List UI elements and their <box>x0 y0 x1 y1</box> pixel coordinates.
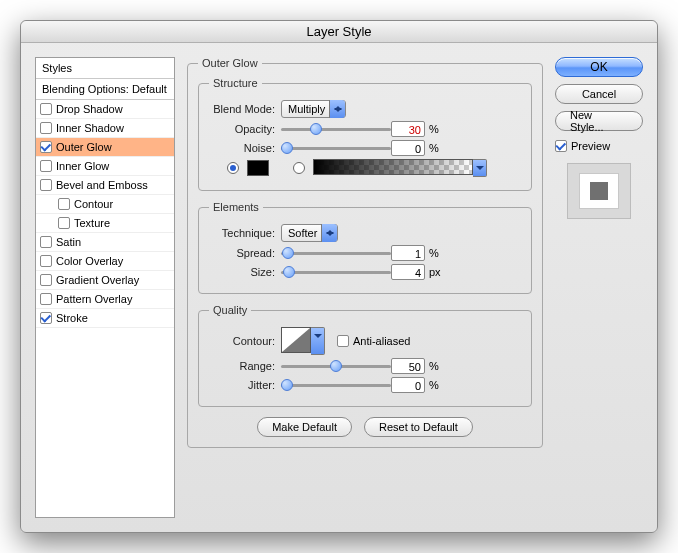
style-row-inner-shadow[interactable]: Inner Shadow <box>36 119 174 138</box>
quality-group: Quality Contour: Anti-aliased Range: <box>198 304 532 407</box>
style-checkbox[interactable] <box>40 179 52 191</box>
jitter-label: Jitter: <box>209 379 281 391</box>
styles-panel: Styles Blending Options: Default Drop Sh… <box>35 57 175 518</box>
jitter-unit: % <box>429 379 439 391</box>
technique-label: Technique: <box>209 227 281 239</box>
dialog-content: Styles Blending Options: Default Drop Sh… <box>21 43 657 532</box>
spread-field[interactable]: 1 <box>391 245 425 261</box>
style-label: Bevel and Emboss <box>56 179 148 191</box>
style-row-outer-glow[interactable]: Outer Glow <box>36 138 174 157</box>
style-checkbox[interactable] <box>40 236 52 248</box>
style-row-inner-glow[interactable]: Inner Glow <box>36 157 174 176</box>
opacity-slider[interactable] <box>281 122 391 136</box>
style-checkbox[interactable] <box>40 274 52 286</box>
glow-color-swatch[interactable] <box>247 160 269 176</box>
side-panel: OK Cancel New Style... Preview <box>555 57 643 518</box>
blend-mode-dropdown[interactable]: Multiply <box>281 100 346 118</box>
elements-legend: Elements <box>209 201 263 213</box>
outer-glow-legend: Outer Glow <box>198 57 262 69</box>
glow-gradient-swatch[interactable] <box>313 159 473 175</box>
elements-group: Elements Technique: Softer Spread: <box>198 201 532 294</box>
noise-slider[interactable] <box>281 141 391 155</box>
style-label: Stroke <box>56 312 88 324</box>
range-slider[interactable] <box>281 359 391 373</box>
noise-label: Noise: <box>209 142 281 154</box>
style-checkbox[interactable] <box>40 160 52 172</box>
style-row-color-overlay[interactable]: Color Overlay <box>36 252 174 271</box>
jitter-slider[interactable] <box>281 378 391 392</box>
style-label: Satin <box>56 236 81 248</box>
style-label: Outer Glow <box>56 141 112 153</box>
cancel-button[interactable]: Cancel <box>555 84 643 104</box>
size-unit: px <box>429 266 441 278</box>
size-label: Size: <box>209 266 281 278</box>
outer-glow-group: Outer Glow Structure Blend Mode: Multipl… <box>187 57 543 448</box>
range-field[interactable]: 50 <box>391 358 425 374</box>
jitter-field[interactable]: 0 <box>391 377 425 393</box>
blend-mode-value: Multiply <box>288 103 325 115</box>
ok-button[interactable]: OK <box>555 57 643 77</box>
style-checkbox[interactable] <box>40 122 52 134</box>
reset-default-button[interactable]: Reset to Default <box>364 417 473 437</box>
opacity-field[interactable]: 30 <box>391 121 425 137</box>
style-checkbox[interactable] <box>58 198 70 210</box>
preview-label: Preview <box>571 140 610 152</box>
window-title: Layer Style <box>21 21 657 43</box>
style-label: Color Overlay <box>56 255 123 267</box>
structure-group: Structure Blend Mode: Multiply Opacity: <box>198 77 532 191</box>
preview-inner <box>579 173 619 209</box>
style-label: Texture <box>74 217 110 229</box>
spread-label: Spread: <box>209 247 281 259</box>
size-slider[interactable] <box>281 265 391 279</box>
style-checkbox[interactable] <box>40 255 52 267</box>
style-label: Inner Glow <box>56 160 109 172</box>
quality-legend: Quality <box>209 304 251 316</box>
style-label: Contour <box>74 198 113 210</box>
styles-header[interactable]: Styles <box>36 58 174 79</box>
antialias-checkbox[interactable] <box>337 335 349 347</box>
noise-unit: % <box>429 142 439 154</box>
layer-style-dialog: Layer Style Styles Blending Options: Def… <box>20 20 658 533</box>
style-row-bevel-and-emboss[interactable]: Bevel and Emboss <box>36 176 174 195</box>
range-unit: % <box>429 360 439 372</box>
blending-options[interactable]: Blending Options: Default <box>36 79 174 100</box>
noise-field[interactable]: 0 <box>391 140 425 156</box>
gradient-dropdown-icon[interactable] <box>473 159 487 177</box>
style-checkbox[interactable] <box>58 217 70 229</box>
style-row-drop-shadow[interactable]: Drop Shadow <box>36 100 174 119</box>
opacity-unit: % <box>429 123 439 135</box>
make-default-button[interactable]: Make Default <box>257 417 352 437</box>
contour-dropdown-icon[interactable] <box>311 327 325 355</box>
technique-dropdown[interactable]: Softer <box>281 224 338 242</box>
preview-checkbox[interactable] <box>555 140 567 152</box>
style-checkbox[interactable] <box>40 312 52 324</box>
glow-gradient-radio[interactable] <box>293 162 305 174</box>
style-row-gradient-overlay[interactable]: Gradient Overlay <box>36 271 174 290</box>
contour-label: Contour: <box>209 335 281 347</box>
contour-swatch[interactable] <box>281 327 311 353</box>
new-style-button[interactable]: New Style... <box>555 111 643 131</box>
range-label: Range: <box>209 360 281 372</box>
style-label: Inner Shadow <box>56 122 124 134</box>
preview-thumbnail <box>567 163 631 219</box>
style-checkbox[interactable] <box>40 293 52 305</box>
style-row-contour[interactable]: Contour <box>36 195 174 214</box>
spread-unit: % <box>429 247 439 259</box>
style-checkbox[interactable] <box>40 103 52 115</box>
style-checkbox[interactable] <box>40 141 52 153</box>
glow-color-radio[interactable] <box>227 162 239 174</box>
style-label: Gradient Overlay <box>56 274 139 286</box>
style-row-stroke[interactable]: Stroke <box>36 309 174 328</box>
style-row-satin[interactable]: Satin <box>36 233 174 252</box>
style-row-pattern-overlay[interactable]: Pattern Overlay <box>36 290 174 309</box>
size-field[interactable]: 4 <box>391 264 425 280</box>
spread-slider[interactable] <box>281 246 391 260</box>
blend-mode-label: Blend Mode: <box>209 103 281 115</box>
chevron-updown-icon <box>329 100 345 118</box>
style-row-texture[interactable]: Texture <box>36 214 174 233</box>
technique-value: Softer <box>288 227 317 239</box>
structure-legend: Structure <box>209 77 262 89</box>
opacity-label: Opacity: <box>209 123 281 135</box>
chevron-updown-icon <box>321 224 337 242</box>
style-label: Drop Shadow <box>56 103 123 115</box>
